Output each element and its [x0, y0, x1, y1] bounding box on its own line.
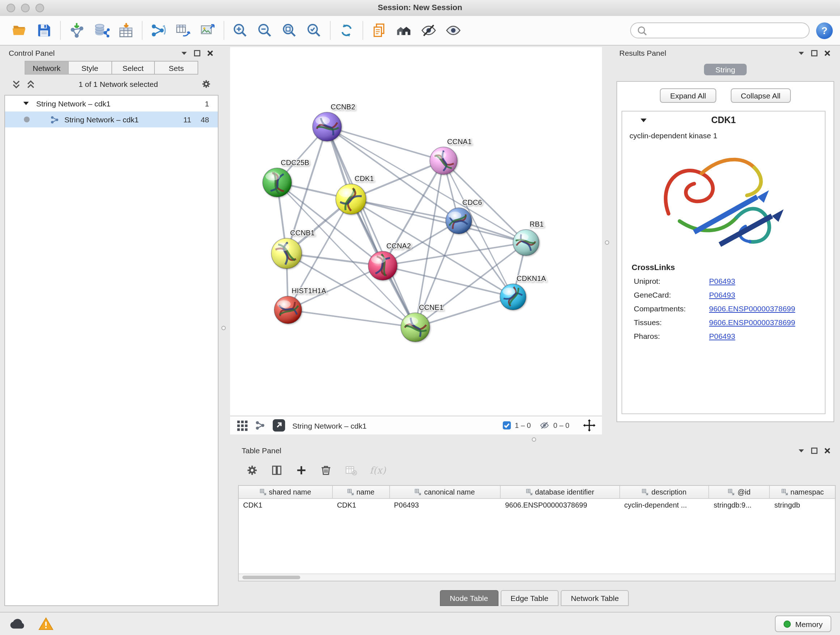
cell-name[interactable]: CDK1	[332, 499, 390, 512]
panel-close-button[interactable]	[823, 49, 831, 57]
cell-database-identifier[interactable]: 9606.ENSP00000378699	[501, 499, 620, 512]
network-collection-row[interactable]: String Network – cdk1 1	[5, 96, 218, 111]
uniprot-link[interactable]: P06493	[709, 276, 735, 285]
network-edge[interactable]	[327, 127, 415, 327]
copy-document-button[interactable]	[367, 19, 392, 42]
import-network-file-button[interactable]	[65, 19, 89, 42]
pan-network-button[interactable]	[583, 419, 595, 432]
tree-expander-icon[interactable]	[22, 100, 30, 107]
network-edge[interactable]	[288, 310, 415, 327]
hide-selected-button[interactable]	[416, 19, 441, 42]
column-header-database-identifier[interactable]: database identifier	[501, 486, 620, 499]
panel-close-button[interactable]	[823, 447, 831, 454]
network-node-CDC25B[interactable]: CDC25B	[263, 158, 309, 197]
panel-float-button[interactable]	[193, 49, 201, 57]
column-header-name[interactable]: name	[332, 486, 390, 499]
cell-canonical-name[interactable]: P06493	[390, 499, 501, 512]
column-header-id[interactable]: @id	[709, 486, 770, 499]
hidden-items-icon[interactable]	[539, 421, 550, 430]
import-table-icon	[118, 22, 134, 38]
network-edge[interactable]	[415, 297, 513, 327]
table-options-button[interactable]	[246, 464, 258, 476]
export-image-button[interactable]	[195, 19, 220, 42]
network-overview-button[interactable]	[255, 420, 265, 431]
pharos-link[interactable]: P06493	[709, 331, 735, 340]
network-options-button[interactable]	[201, 79, 211, 89]
network-row[interactable]: String Network – cdk1 11 48	[5, 111, 218, 127]
caret-down-icon	[639, 117, 647, 125]
column-header-shared-name[interactable]: shared name	[239, 486, 332, 499]
genecard-link[interactable]: P06493	[709, 290, 735, 299]
cell-shared-name[interactable]: CDK1	[239, 499, 332, 512]
network-node-CCNB1[interactable]: CCNB1	[271, 229, 315, 269]
open-session-button[interactable]	[7, 19, 32, 42]
zoom-in-button[interactable]	[228, 19, 253, 42]
panel-menu-button[interactable]	[797, 447, 805, 454]
panel-float-button[interactable]	[810, 447, 818, 454]
open-in-new-window-button[interactable]	[272, 418, 286, 432]
network-edge[interactable]	[327, 127, 526, 242]
show-all-button[interactable]	[441, 19, 465, 42]
grid-view-button[interactable]	[237, 420, 248, 431]
zoom-out-button[interactable]	[253, 19, 277, 42]
collapse-gene-button[interactable]	[639, 117, 647, 125]
warnings-button[interactable]	[38, 617, 54, 631]
cloud-sync-button[interactable]	[9, 618, 27, 630]
horizontal-scrollbar[interactable]	[239, 573, 835, 581]
network-node-CDC6[interactable]: CDC6	[446, 198, 482, 234]
column-header-description[interactable]: description	[620, 486, 709, 499]
tab-select[interactable]: Select	[112, 61, 155, 74]
expand-all-networks-button[interactable]	[26, 79, 35, 89]
delete-column-button[interactable]	[320, 464, 332, 476]
network-node-CDK1[interactable]: CDK1	[336, 174, 374, 214]
help-button[interactable]: ?	[816, 22, 833, 39]
tab-sets[interactable]: Sets	[155, 61, 199, 74]
zoom-fit-button[interactable]	[277, 19, 302, 42]
cell-description[interactable]: cyclin-dependent ...	[620, 499, 709, 512]
import-network-database-button[interactable]	[89, 19, 114, 42]
expand-all-button[interactable]: Expand All	[660, 88, 716, 103]
cell-id[interactable]: stringdb:9...	[709, 499, 770, 512]
tissues-link[interactable]: 9606.ENSP00000378699	[709, 318, 795, 326]
network-canvas[interactable]: CCNB2CCNA1CDC25BCDK1CDC6RB1CCNB1CCNA2CDK…	[230, 47, 602, 416]
tab-style[interactable]: Style	[69, 61, 112, 74]
collapse-all-button[interactable]: Collapse All	[731, 88, 791, 103]
network-node-HIST1H1A[interactable]: HIST1H1A	[274, 287, 326, 324]
panel-menu-button[interactable]	[180, 49, 188, 57]
save-session-button[interactable]	[32, 19, 57, 42]
network-node-RB1[interactable]: RB1	[513, 220, 544, 256]
search-input[interactable]	[651, 25, 803, 35]
tab-edge-table[interactable]: Edge Table	[500, 590, 559, 606]
clone-network-button[interactable]	[171, 19, 195, 42]
tab-node-table[interactable]: Node Table	[439, 590, 498, 606]
refresh-layout-button[interactable]	[334, 19, 359, 42]
column-header-canonical-name[interactable]: canonical name	[390, 486, 501, 499]
collapse-all-networks-button[interactable]	[11, 79, 21, 89]
create-column-button[interactable]	[295, 464, 308, 476]
selected-nodes-checkbox-icon[interactable]	[502, 421, 511, 430]
show-columns-button[interactable]	[271, 464, 283, 476]
network-edge[interactable]	[327, 127, 444, 161]
panel-menu-button[interactable]	[797, 49, 805, 57]
network-node-CCNB2[interactable]: CCNB2	[313, 103, 355, 141]
cell-namespace[interactable]: stringdb	[770, 499, 835, 512]
zoom-selected-button[interactable]	[302, 19, 326, 42]
network-node-CCNA1[interactable]: CCNA1	[430, 138, 472, 174]
compartments-link[interactable]: 9606.ENSP00000378699	[709, 304, 795, 312]
table-row[interactable]: CDK1 CDK1 P06493 9606.ENSP00000378699 cy…	[239, 499, 835, 512]
panel-float-button[interactable]	[810, 49, 818, 57]
import-table-button[interactable]	[114, 19, 138, 42]
memory-button[interactable]: Memory	[775, 616, 831, 632]
first-neighbors-button[interactable]	[392, 19, 416, 42]
tab-string[interactable]: String	[704, 64, 747, 75]
network-tools-button[interactable]	[146, 19, 171, 42]
tab-network[interactable]: Network	[25, 61, 69, 74]
scrollbar-thumb[interactable]	[242, 576, 300, 579]
bottom-splitter-handle[interactable]	[532, 437, 536, 442]
left-splitter-handle[interactable]	[221, 326, 226, 330]
network-node-CDKN1A[interactable]: CDKN1A	[500, 274, 546, 310]
panel-close-button[interactable]	[206, 49, 214, 57]
tab-network-table[interactable]: Network Table	[561, 590, 629, 606]
right-splitter-handle[interactable]	[605, 241, 609, 245]
column-header-namespace[interactable]: namespac	[770, 486, 835, 499]
